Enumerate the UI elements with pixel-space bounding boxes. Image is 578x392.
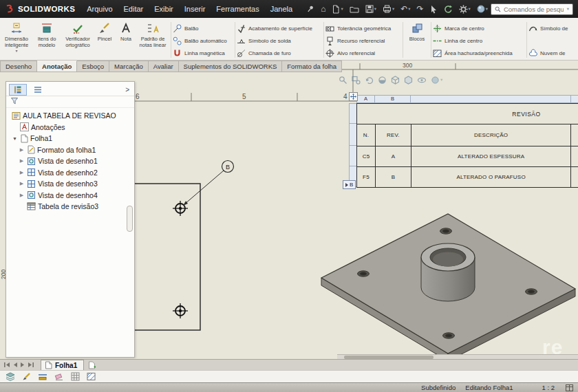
ribbon-tool-hole-callout[interactable]: Chamada de furo — [237, 47, 322, 59]
view-orientation-icon[interactable] — [391, 76, 400, 85]
redo-icon[interactable]: ↷ — [414, 2, 427, 16]
display-pane-tab[interactable] — [29, 84, 47, 96]
first-sheet-icon[interactable] — [3, 362, 10, 368]
ribbon-tool-surface-finish[interactable]: Acabamento de superfície — [237, 23, 322, 34]
panel-collapse-handle[interactable] — [127, 206, 133, 232]
panel-expand-icon[interactable]: > — [125, 86, 131, 94]
pencil-icon[interactable] — [22, 372, 31, 381]
settings-gear-icon[interactable]: ▾ — [456, 2, 473, 16]
table-cell[interactable] — [571, 167, 578, 188]
filter-icon[interactable] — [10, 96, 19, 108]
collapse-arrow-icon[interactable]: ▶ — [19, 170, 25, 175]
isometric-view[interactable] — [321, 214, 575, 359]
table-column-header[interactable]: A — [356, 95, 375, 103]
ribbon-tool-hatch-area[interactable]: Área hachurada/preenchida — [433, 47, 525, 59]
table-move-handle[interactable] — [349, 92, 358, 101]
previous-sheet-icon[interactable] — [12, 362, 18, 368]
previous-view-icon[interactable] — [365, 76, 374, 85]
ribbon-tool-smart-dimension[interactable]: Dimensão inteligente ▾ — [1, 19, 32, 60]
zoom-fit-icon[interactable] — [339, 76, 347, 85]
ribbon-tool-blocks[interactable]: Blocos — [405, 19, 429, 60]
ribbon-tool-balloon[interactable]: Balão — [173, 23, 233, 34]
collapse-arrow-icon[interactable]: ▶ — [19, 181, 25, 186]
expand-arrow-icon[interactable]: ▼ — [12, 136, 18, 141]
ribbon-tool-geometric-tolerance[interactable]: Tolerância geométrica — [325, 23, 401, 34]
tree-item-vista-de-desenho3[interactable]: ▶ Vista de desenho3 — [6, 178, 134, 190]
ribbon-tool-weld-symbol[interactable]: Símbolo de solda — [237, 35, 322, 47]
new-document-icon[interactable]: ▾ — [329, 2, 345, 16]
next-sheet-icon[interactable] — [20, 362, 25, 368]
open-folder-icon[interactable] — [347, 2, 362, 16]
menu-janela[interactable]: Janela — [265, 0, 298, 18]
zoom-area-icon[interactable] — [352, 76, 361, 85]
tree-item-vista-de-desenho1[interactable]: ▶ Vista de desenho1 — [6, 155, 134, 167]
collapse-arrow-icon[interactable]: ▶ — [19, 193, 25, 198]
tree-item-anotacoes[interactable]: Anotações — [6, 122, 134, 133]
tree-item-vista-de-desenho2[interactable]: ▶ Vista de desenho2 — [6, 167, 134, 179]
tab-formato-da-folha[interactable]: Formato da folha — [282, 61, 342, 72]
last-sheet-icon[interactable] — [28, 362, 34, 368]
hide-show-icon[interactable] — [417, 76, 427, 85]
ribbon-tool-note[interactable]: Nota — [116, 19, 136, 60]
ribbon-tool-center-mark[interactable]: Marca de centro — [433, 23, 525, 34]
section-view-icon[interactable] — [378, 76, 387, 85]
header-cell[interactable]: REV. — [376, 124, 411, 146]
table-column-header[interactable]: B — [375, 95, 411, 103]
ribbon-tool-model-items[interactable]: Itens do modelo — [32, 19, 62, 60]
tree-item-vista-de-desenho4[interactable]: ▶ Vista de desenho4 — [6, 190, 134, 202]
tab-suplementos[interactable]: Suplementos do SOLIDWORKS — [179, 61, 283, 72]
sheet-tab-folha1[interactable]: Folha1 — [41, 360, 84, 370]
menu-arquivo[interactable]: Arquivo — [81, 0, 118, 18]
tab-anotacao[interactable]: Anotação — [37, 61, 77, 72]
tab-esboco[interactable]: Esboço — [77, 61, 109, 72]
table-cell[interactable]: A — [376, 146, 411, 167]
command-search-input[interactable] — [504, 6, 564, 13]
tab-marcacao[interactable]: Marcação — [109, 61, 149, 72]
menu-editar[interactable]: Editar — [118, 0, 149, 18]
line-format-icon[interactable] — [38, 372, 47, 381]
ribbon-tool-revision-cloud[interactable]: Nuvem de — [528, 47, 578, 59]
layers-icon[interactable] — [6, 372, 15, 381]
header-cell[interactable]: N. — [357, 124, 376, 146]
cylindrical-boss[interactable] — [421, 243, 475, 301]
tree-item-formato-da-folha1[interactable]: ▶ Formato da folha1 — [6, 144, 134, 156]
status-options-icon[interactable] — [566, 384, 573, 391]
print-icon[interactable]: ▾ — [380, 2, 397, 16]
menu-inserir[interactable]: Inserir — [179, 0, 211, 18]
header-cell[interactable]: DESCRIÇÃO — [411, 124, 572, 146]
tree-item-tabela-de-revisao3[interactable]: Tabela de revisão3 — [6, 201, 134, 213]
home-icon[interactable]: ⌂ — [318, 2, 328, 16]
table-cell[interactable]: ALTERADO ESPESSURA — [411, 146, 572, 167]
revision-table[interactable]: REVISÃO N. REV. DESCRIÇÃO C5 A ALTERADO … — [356, 103, 578, 188]
table-cell[interactable] — [571, 146, 578, 167]
tree-item-folha1[interactable]: ▼ Folha1 — [6, 133, 134, 144]
ribbon-tool-datum-target[interactable]: Alvo referencial — [325, 47, 401, 59]
pin-icon[interactable] — [303, 2, 317, 16]
revision-table-title[interactable]: REVISÃO — [357, 104, 578, 124]
collapse-arrow-icon[interactable]: ▶ — [19, 147, 25, 153]
tree-root[interactable]: AULA TABELA DE REVISAO — [6, 110, 134, 122]
datum-target-symbol[interactable] — [173, 303, 188, 318]
ribbon-tool-spell-checker[interactable]: Verificador ortográfico — [62, 19, 94, 60]
table-cell[interactable]: F5 — [357, 167, 376, 188]
table-cell[interactable]: C5 — [357, 146, 376, 167]
table-cell[interactable]: ALTERADO O PARAFUSO — [411, 167, 572, 188]
rebuild-icon[interactable] — [441, 2, 456, 16]
ribbon-tool-linear-note-pattern[interactable]: Padrão de notas linear — [136, 19, 169, 60]
grid-icon[interactable] — [71, 372, 80, 381]
ribbon-tool-magnetic-line[interactable]: Linha magnética — [173, 47, 233, 59]
collapse-arrow-icon[interactable]: ▶ — [19, 158, 25, 164]
eraser-icon[interactable] — [54, 372, 64, 381]
save-icon[interactable]: ▾ — [363, 2, 379, 16]
ribbon-tool-format-painter[interactable]: Pincel — [94, 19, 116, 60]
tab-desenho[interactable]: Desenho — [0, 61, 37, 72]
table-cell[interactable]: B — [376, 167, 411, 188]
select-arrow-icon[interactable] — [427, 2, 440, 16]
graphics-area[interactable]: 300 6 5 4 200 B — [0, 61, 578, 359]
table-column-header[interactable] — [571, 95, 578, 103]
menu-ferramentas[interactable]: Ferramentas — [211, 0, 264, 18]
horizontal-scrollbar[interactable] — [337, 354, 578, 359]
ribbon-tool-auto-balloon[interactable]: Balão automático — [173, 35, 233, 47]
display-style-icon[interactable] — [404, 76, 413, 85]
undo-icon[interactable]: ↶▾ — [398, 2, 413, 16]
